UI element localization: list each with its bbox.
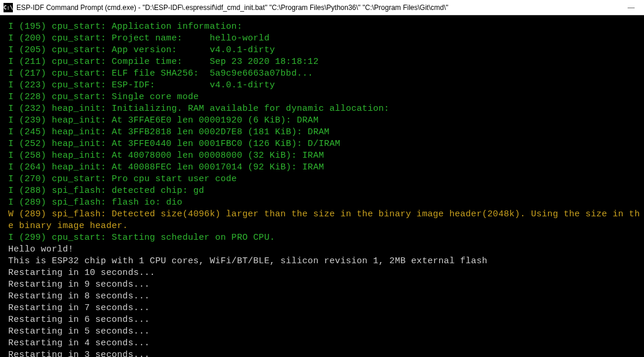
output-line: Restarting in 4 seconds... bbox=[8, 338, 644, 349]
log-line: I (288) spi_flash: detected chip: gd bbox=[8, 185, 644, 197]
output-line: Restarting in 10 seconds... bbox=[8, 267, 644, 279]
output-line: Restarting in 7 seconds... bbox=[8, 302, 644, 314]
log-line: I (289) spi_flash: flash io: dio bbox=[8, 197, 644, 209]
log-line: I (245) heap_init: At 3FFB2818 len 0002D… bbox=[8, 127, 644, 138]
log-line: W (289) spi_flash: Detected size(4096k) … bbox=[8, 209, 644, 232]
output-line: Restarting in 8 seconds... bbox=[8, 291, 644, 302]
log-line: I (232) heap_init: Initializing. RAM ava… bbox=[8, 103, 644, 115]
log-line: I (258) heap_init: At 40078000 len 00008… bbox=[8, 150, 644, 162]
log-line: I (252) heap_init: At 3FFE0440 len 0001F… bbox=[8, 138, 644, 150]
log-line: I (200) cpu_start: Project name: hello-w… bbox=[8, 33, 644, 45]
output-line: Hello world! bbox=[8, 244, 644, 256]
log-line: I (211) cpu_start: Compile time: Sep 23 … bbox=[8, 56, 644, 68]
log-line: I (217) cpu_start: ELF file SHA256: 5a9c… bbox=[8, 68, 644, 80]
output-line: Restarting in 5 seconds... bbox=[8, 326, 644, 338]
terminal-output[interactable]: I (195) cpu_start: Application informati… bbox=[0, 15, 644, 357]
cmd-icon: C:\ bbox=[4, 3, 13, 12]
output-line: This is ESP32 chip with 1 CPU cores, WiF… bbox=[8, 256, 644, 267]
log-line: I (223) cpu_start: ESP-IDF: v4.0.1-dirty bbox=[8, 80, 644, 91]
log-line: I (239) heap_init: At 3FFAE6E0 len 00001… bbox=[8, 115, 644, 127]
log-line: I (270) cpu_start: Pro cpu start user co… bbox=[8, 174, 644, 185]
log-line: I (195) cpu_start: Application informati… bbox=[8, 21, 644, 33]
log-line: I (228) cpu_start: Single core mode bbox=[8, 91, 644, 103]
window-titlebar: C:\ ESP-IDF Command Prompt (cmd.exe) - "… bbox=[0, 0, 644, 15]
window-controls: — bbox=[628, 4, 640, 12]
log-line: I (299) cpu_start: Starting scheduler on… bbox=[8, 232, 644, 244]
log-line: I (264) heap_init: At 40088FEC len 00017… bbox=[8, 162, 644, 174]
log-line: I (205) cpu_start: App version: v4.0.1-d… bbox=[8, 45, 644, 56]
output-line: Restarting in 6 seconds... bbox=[8, 314, 644, 326]
window-title: ESP-IDF Command Prompt (cmd.exe) - "D:\E… bbox=[16, 4, 628, 12]
minimize-button[interactable]: — bbox=[628, 4, 635, 12]
output-line: Restarting in 3 seconds... bbox=[8, 349, 644, 357]
output-line: Restarting in 9 seconds... bbox=[8, 279, 644, 291]
